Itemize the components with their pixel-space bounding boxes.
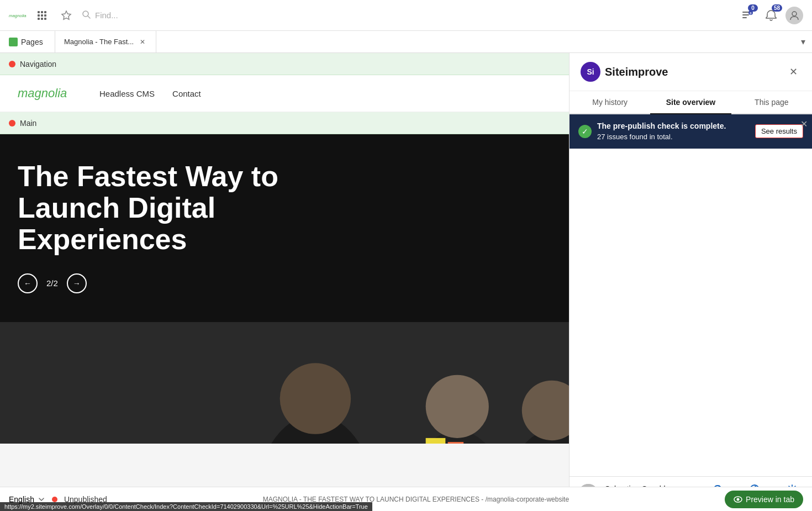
notifications-badge: 58 — [772, 4, 782, 12]
svg-rect-7 — [38, 18, 40, 20]
nav-contact[interactable]: Contact — [172, 89, 201, 98]
svg-text:magnolia: magnolia — [9, 13, 27, 18]
svg-line-11 — [88, 16, 90, 18]
svg-rect-26 — [426, 438, 446, 444]
top-bar: magnolia Find... — [0, 0, 812, 31]
svg-rect-4 — [38, 14, 40, 17]
svg-point-17 — [792, 12, 797, 16]
main-area: Navigation magnolia Headless CMS Contact… — [0, 53, 812, 511]
svg-rect-5 — [41, 14, 43, 17]
search-bar[interactable]: Find... — [82, 10, 730, 20]
panel-content — [570, 149, 812, 476]
sidebar-tab-pages[interactable]: Pages — [0, 31, 55, 52]
nav-headless-cms[interactable]: Headless CMS — [99, 89, 155, 98]
notification-text: The pre-publish check is complete. 27 is… — [597, 121, 750, 142]
svg-rect-8 — [41, 18, 43, 20]
top-bar-actions: 0 0 58 — [737, 6, 803, 25]
main-area-label: Main — [20, 119, 36, 128]
hero-title: The Fastest Way to Launch Digital Experi… — [18, 161, 349, 256]
navigation-label: Navigation — [20, 60, 56, 69]
hero-nav-count: 2/2 — [46, 278, 58, 288]
grid-icon[interactable] — [33, 7, 51, 24]
svg-rect-13 — [742, 14, 749, 15]
tab-bar: Pages Magnolia - The Fast... ✕ ▾ — [0, 31, 812, 53]
search-icon — [82, 10, 91, 20]
svg-point-37 — [737, 498, 740, 501]
svg-text:magnolia: magnolia — [18, 86, 67, 100]
svg-rect-2 — [41, 11, 43, 13]
url-text: https://my2.siteimprove.com/Overlay/0/0/… — [4, 503, 368, 510]
svg-rect-9 — [44, 18, 46, 20]
svg-rect-14 — [742, 17, 747, 18]
panel-tabs: My history Site overview This page — [570, 91, 812, 114]
svg-point-23 — [426, 375, 489, 438]
close-panel-button[interactable]: ✕ — [785, 64, 801, 80]
page-tab[interactable]: Magnolia - The Fast... ✕ — [55, 31, 156, 52]
page-tab-label: Magnolia - The Fast... — [64, 38, 134, 46]
website-nav: Headless CMS Contact — [99, 89, 201, 98]
svg-rect-6 — [44, 14, 46, 17]
check-icon: ✓ — [578, 125, 592, 138]
preview-in-tab-button[interactable]: Preview in tab — [725, 491, 803, 508]
svg-rect-3 — [44, 11, 46, 13]
svg-rect-27 — [448, 442, 464, 444]
notification-banner: ✓ The pre-publish check is complete. 27 … — [570, 114, 812, 149]
search-placeholder: Find... — [95, 10, 118, 20]
hero-prev-button[interactable]: ← — [18, 273, 38, 293]
tasks-button[interactable]: 0 0 — [737, 6, 757, 25]
main-area-dot — [9, 120, 15, 127]
pages-icon — [9, 38, 18, 46]
nav-area-dot — [9, 61, 15, 67]
tasks-badge: 0 — [748, 4, 758, 12]
sidebar-tab-label: Pages — [21, 38, 43, 46]
siteimprove-logo-text: Siteimprove — [605, 66, 668, 78]
si-logo-icon: Si — [581, 62, 600, 82]
tab-this-page[interactable]: This page — [731, 91, 812, 114]
user-menu[interactable] — [785, 7, 803, 24]
svg-rect-1 — [38, 11, 40, 13]
banner-close-button[interactable]: ✕ — [800, 119, 808, 129]
favorites-icon[interactable] — [57, 7, 75, 24]
tab-overflow-button[interactable]: ▾ — [794, 31, 812, 52]
magnolia-logo[interactable]: magnolia — [9, 7, 27, 24]
see-results-button[interactable]: See results — [755, 124, 803, 138]
notifications-button[interactable]: 58 — [761, 6, 781, 25]
status-dot — [52, 497, 57, 502]
panel-header: Si Siteimprove ✕ — [570, 53, 812, 91]
tab-site-overview[interactable]: Site overview — [650, 91, 731, 114]
website-logo: magnolia — [18, 84, 73, 103]
siteimprove-panel: Si Siteimprove ✕ My history Site overvie… — [569, 53, 812, 511]
preview-eye-icon — [734, 495, 742, 504]
svg-point-21 — [280, 363, 351, 434]
close-tab-button[interactable]: ✕ — [138, 38, 147, 46]
preview-btn-label: Preview in tab — [746, 495, 794, 504]
siteimprove-logo: Si Siteimprove — [581, 62, 668, 82]
tab-my-history[interactable]: My history — [570, 91, 650, 114]
hero-next-button[interactable]: → — [67, 273, 87, 293]
url-bar: https://my2.siteimprove.com/Overlay/0/0/… — [0, 502, 372, 511]
